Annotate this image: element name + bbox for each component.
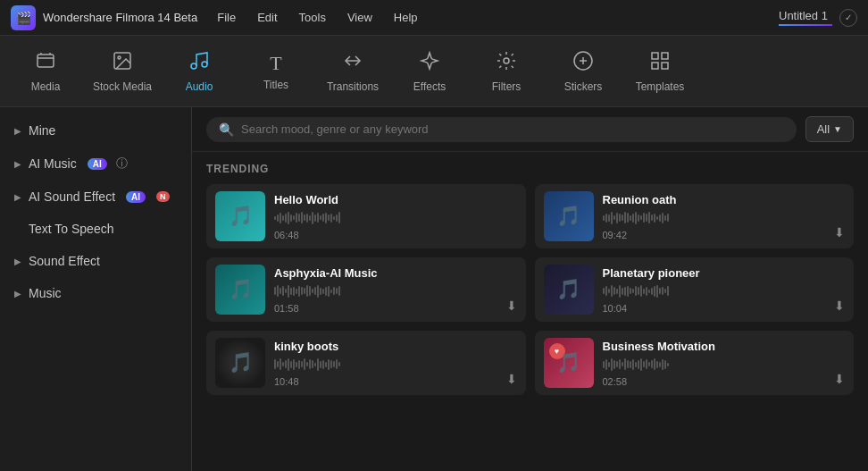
search-input[interactable] xyxy=(241,122,784,136)
toolbar-transitions-label: Transitions xyxy=(327,80,379,93)
track-duration: 10:04 xyxy=(603,303,846,314)
menu-view[interactable]: View xyxy=(346,7,374,28)
sidebar-item-music[interactable]: ▶ Music xyxy=(0,277,191,309)
track-card-planetary[interactable]: 🎵 Planetary pioneer 10:04 ⬇ xyxy=(535,257,855,322)
track-card-kinky-boots[interactable]: 🎵 kinky boots 10:48 ⬇ xyxy=(206,331,526,395)
download-button[interactable]: ⬇ xyxy=(506,372,517,386)
toolbar-templates-label: Templates xyxy=(636,80,685,93)
download-button[interactable]: ⬇ xyxy=(834,299,845,313)
toolbar-effects[interactable]: Effects xyxy=(393,40,466,103)
track-duration: 10:48 xyxy=(274,376,517,387)
track-card-business-motivation[interactable]: ♥ 🎵 Business Motivation 02:58 ⬇ xyxy=(535,331,855,395)
sidebar-sound-effect-label: Sound Effect xyxy=(29,254,100,268)
toolbar-stock-media[interactable]: Stock Media xyxy=(86,40,159,103)
effects-icon xyxy=(419,50,440,77)
waveform-asphyxia xyxy=(274,283,517,299)
track-thumb-icon: 🎵 xyxy=(229,351,253,374)
download-button[interactable]: ⬇ xyxy=(506,299,517,313)
title-underline xyxy=(779,24,832,26)
track-card-asphyxia[interactable]: 🎵 Asphyxia-AI Music 01:58 ⬇ xyxy=(206,257,526,322)
track-thumb-icon: 🎵 xyxy=(556,205,580,228)
filter-button[interactable]: All ▼ xyxy=(805,116,854,142)
track-info-asphyxia: Asphyxia-AI Music 01:58 xyxy=(274,266,517,314)
track-info-reunion-oath: Reunion oath 09:42 xyxy=(603,193,846,240)
search-input-wrapper[interactable]: 🔍 xyxy=(206,117,797,142)
sidebar-item-mine[interactable]: ▶ Mine xyxy=(0,114,191,147)
ai-music-badge: AI xyxy=(88,158,107,170)
mine-arrow-icon: ▶ xyxy=(14,126,21,136)
content-area: TRENDING 🎵 Hello World 06:48 xyxy=(192,152,868,471)
menu-bar: 🎬 Wondershare Filmora 14 Beta File Edit … xyxy=(0,0,868,36)
toolbar-stickers-label: Stickers xyxy=(564,80,603,93)
toolbar-stickers[interactable]: Stickers xyxy=(547,40,620,103)
menu-help[interactable]: Help xyxy=(392,7,420,28)
waveform-kinky-boots xyxy=(274,357,517,373)
ai-music-arrow-icon: ▶ xyxy=(14,159,21,169)
track-thumb-kinky-boots: 🎵 xyxy=(215,338,265,388)
track-duration: 09:42 xyxy=(603,230,846,240)
toolbar-titles[interactable]: T Titles xyxy=(239,40,313,103)
ai-sound-arrow-icon: ▶ xyxy=(14,192,21,202)
waveform-hello-world xyxy=(274,210,517,226)
svg-rect-7 xyxy=(662,53,668,59)
check-icon[interactable]: ✓ xyxy=(839,9,857,27)
menu-edit[interactable]: Edit xyxy=(255,7,279,28)
toolbar-audio[interactable]: Audio xyxy=(163,40,236,103)
svg-rect-0 xyxy=(38,55,54,67)
sidebar-item-text-to-speech[interactable]: Text To Speech xyxy=(0,213,191,245)
track-duration: 06:48 xyxy=(274,230,517,240)
ai-sound-badge: AI xyxy=(126,191,146,203)
track-info-business-motivation: Business Motivation 02:58 xyxy=(603,340,846,387)
sidebar-tts-label: Text To Speech xyxy=(29,222,113,236)
app-logo-icon: 🎬 xyxy=(11,5,36,30)
track-thumb-asphyxia: 🎵 xyxy=(215,265,265,315)
track-thumb-icon: 🎵 xyxy=(556,351,580,374)
svg-rect-8 xyxy=(652,63,658,69)
svg-point-2 xyxy=(118,56,121,59)
app-logo: 🎬 Wondershare Filmora 14 Beta xyxy=(11,5,197,30)
filters-icon xyxy=(496,50,517,77)
track-name: kinky boots xyxy=(274,340,517,353)
toolbar-media-label: Media xyxy=(31,80,61,93)
sound-effect-arrow-icon: ▶ xyxy=(14,257,21,266)
titles-icon: T xyxy=(270,52,281,75)
download-button[interactable]: ⬇ xyxy=(834,225,845,240)
project-title-wrapper: Untitled 1 xyxy=(779,9,832,26)
sidebar: ▶ Mine ▶ AI Music AI ⓘ ▶ AI Sound Effect… xyxy=(0,107,192,471)
track-name: Reunion oath xyxy=(603,193,846,206)
sidebar-item-ai-sound-effect[interactable]: ▶ AI Sound Effect AI N xyxy=(0,181,191,213)
download-button[interactable]: ⬇ xyxy=(834,372,845,386)
ai-music-help-icon[interactable]: ⓘ xyxy=(116,156,128,172)
waveform-planetary xyxy=(603,283,846,299)
menu-tools[interactable]: Tools xyxy=(297,7,328,28)
track-card-reunion-oath[interactable]: 🎵 Reunion oath 09:42 ⬇ xyxy=(535,184,855,248)
track-info-hello-world: Hello World 06:48 xyxy=(274,193,517,240)
track-name: Hello World xyxy=(274,193,517,206)
track-thumb-icon: 🎵 xyxy=(229,205,253,228)
tracks-grid: 🎵 Hello World 06:48 🎵 xyxy=(206,184,854,395)
toolbar-templates[interactable]: Templates xyxy=(623,40,697,103)
search-bar: 🔍 All ▼ xyxy=(192,107,868,152)
track-info-planetary: Planetary pioneer 10:04 xyxy=(603,266,846,314)
toolbar-titles-label: Titles xyxy=(263,79,288,91)
title-area: Untitled 1 ✓ xyxy=(779,9,857,27)
toolbar-transitions[interactable]: Transitions xyxy=(316,40,389,103)
menu-file[interactable]: File xyxy=(215,7,238,28)
track-duration: 01:58 xyxy=(274,303,517,314)
menu-items: File Edit Tools View Help xyxy=(215,7,779,28)
music-arrow-icon: ▶ xyxy=(14,289,21,299)
stock-media-icon xyxy=(112,50,133,77)
toolbar: Media Stock Media Audio T Titles xyxy=(0,36,868,107)
filter-label: All xyxy=(817,122,830,136)
toolbar-media[interactable]: Media xyxy=(9,40,82,103)
sidebar-ai-music-label: AI Music xyxy=(29,156,77,171)
sidebar-item-ai-music[interactable]: ▶ AI Music AI ⓘ xyxy=(0,147,191,181)
toolbar-filters[interactable]: Filters xyxy=(470,40,543,103)
track-card-hello-world[interactable]: 🎵 Hello World 06:48 xyxy=(206,184,526,248)
project-title: Untitled 1 xyxy=(779,9,832,22)
media-icon xyxy=(35,50,56,77)
toolbar-filters-label: Filters xyxy=(492,80,522,93)
sidebar-item-sound-effect[interactable]: ▶ Sound Effect xyxy=(0,245,191,277)
sidebar-music-label: Music xyxy=(29,286,62,300)
svg-rect-9 xyxy=(662,63,668,69)
